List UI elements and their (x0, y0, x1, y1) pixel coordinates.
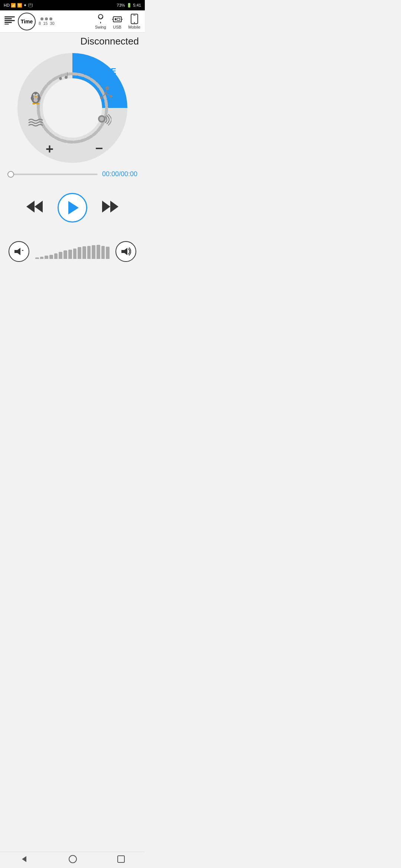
status-right: 73% 🔋 5:41 (117, 3, 141, 8)
top-nav: Time 8 15 30 Swing (0, 10, 145, 33)
vol-bar-0 (35, 257, 39, 259)
vol-bar-3 (49, 255, 53, 259)
vol-bar-2 (45, 256, 48, 259)
speaker-head-icon[interactable] (96, 114, 111, 129)
svg-point-13 (134, 22, 135, 23)
vol-bar-14 (101, 246, 105, 259)
vol-bar-4 (54, 253, 58, 259)
svg-rect-8 (115, 18, 116, 20)
svg-point-16 (43, 78, 102, 138)
svg-point-22 (34, 95, 35, 95)
play-icon (68, 201, 79, 214)
dots-group: 8 15 30 (39, 17, 55, 26)
usb-button[interactable]: USB (112, 14, 123, 29)
progress-thumb[interactable] (7, 171, 14, 178)
vol-bar-6 (63, 250, 67, 259)
svg-rect-0 (4, 16, 15, 17)
svg-marker-44 (121, 248, 127, 255)
volume-bars[interactable] (35, 244, 110, 259)
dot-label-30: 30 (50, 21, 54, 26)
svg-point-33 (105, 86, 109, 90)
svg-marker-38 (35, 201, 43, 213)
vol-bar-15 (106, 247, 110, 259)
wifi-icon: 🛜 (17, 3, 22, 8)
svg-point-37 (100, 117, 104, 121)
clock: 5:41 (133, 3, 141, 7)
svg-point-23 (37, 95, 38, 95)
penguin-icon[interactable] (29, 91, 42, 108)
wheel-container: MODE (0, 49, 145, 164)
vibrate-icon: 📳 (28, 3, 33, 8)
svg-point-32 (105, 92, 107, 95)
svg-rect-3 (4, 22, 12, 23)
signal-icon: 📶 (11, 3, 16, 8)
vol-bar-1 (40, 257, 44, 259)
bluetooth-icon: ✦ (23, 3, 27, 8)
wave-icon[interactable] (28, 118, 43, 129)
vol-bar-7 (68, 250, 72, 259)
volume-down-button[interactable] (9, 241, 29, 262)
progress-row: 00:00/00:00 (0, 164, 145, 178)
time-button[interactable]: Time (18, 13, 36, 30)
dot-15[interactable] (45, 17, 48, 20)
svg-rect-9 (117, 18, 120, 20)
dot-label-15: 15 (43, 21, 48, 26)
svg-marker-42 (14, 248, 20, 255)
battery-icon: 🔋 (127, 3, 132, 8)
nav-left: Time 8 15 30 (4, 13, 55, 30)
svg-rect-4 (4, 24, 9, 24)
progress-track[interactable] (7, 174, 98, 175)
vol-bar-10 (82, 246, 86, 259)
svg-point-24 (35, 96, 37, 98)
transport-row (0, 178, 145, 234)
status-left: HD 📶 🛜 ✦ 📳 (4, 3, 33, 8)
vol-bar-9 (78, 247, 81, 259)
vol-bar-5 (59, 252, 62, 259)
plus-button[interactable]: + (46, 141, 53, 157)
vol-bar-12 (92, 245, 95, 259)
volume-row (0, 234, 145, 269)
dot-label-8: 8 (39, 21, 41, 26)
play-button[interactable] (58, 193, 87, 223)
hamburger-button[interactable] (4, 16, 15, 27)
status-bar: HD 📶 🛜 ✦ 📳 73% 🔋 5:41 (0, 0, 145, 10)
svg-point-34 (100, 96, 103, 99)
minus-button[interactable]: – (95, 140, 103, 155)
wheel-dial[interactable]: MODE (17, 52, 128, 164)
vol-bar-11 (87, 246, 91, 259)
vol-bar-13 (97, 245, 100, 259)
svg-point-35 (110, 95, 113, 98)
svg-rect-2 (4, 20, 15, 21)
scatter-icon[interactable] (98, 86, 113, 103)
dot-30[interactable] (49, 17, 52, 20)
mobile-button[interactable]: Mobile (128, 14, 140, 29)
svg-marker-40 (102, 201, 110, 213)
hd-indicator: HD (4, 3, 10, 7)
svg-rect-1 (4, 18, 12, 19)
rewind-button[interactable] (26, 200, 43, 216)
time-display: 00:00/00:00 (102, 170, 137, 178)
fast-forward-button[interactable] (102, 200, 118, 216)
svg-marker-39 (26, 201, 35, 213)
music-icon[interactable] (57, 69, 70, 85)
svg-marker-41 (110, 201, 118, 213)
dot-8[interactable] (40, 17, 43, 20)
vol-bar-8 (73, 249, 77, 259)
mode-label[interactable]: MODE (92, 66, 116, 76)
swing-button[interactable]: Swing (95, 14, 106, 29)
disconnected-status: Disconnected (0, 33, 145, 49)
volume-up-button[interactable] (115, 241, 136, 262)
svg-point-27 (32, 103, 35, 105)
svg-point-28 (36, 103, 39, 105)
battery-text: 73% (117, 3, 125, 7)
nav-right: Swing USB Mobile (95, 14, 140, 29)
